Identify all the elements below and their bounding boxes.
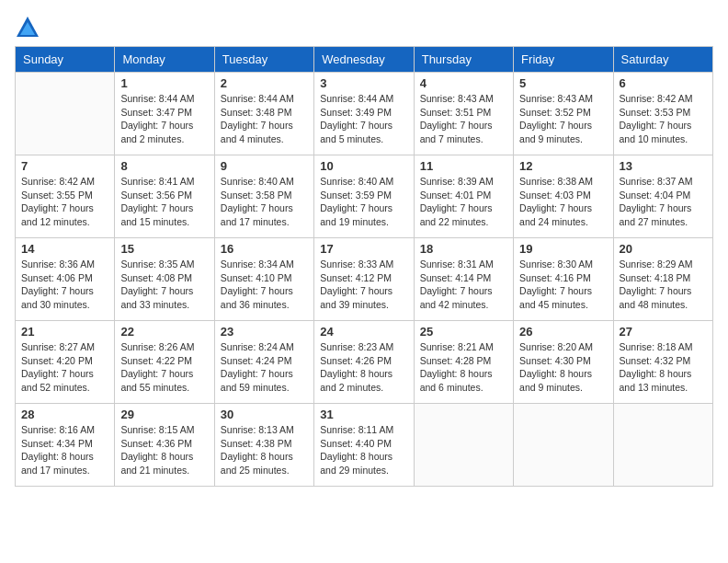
day-number: 17 bbox=[320, 242, 407, 256]
day-number: 21 bbox=[21, 325, 108, 339]
cell-3-1: 14Sunrise: 8:36 AMSunset: 4:06 PMDayligh… bbox=[16, 238, 115, 321]
day-number: 26 bbox=[519, 325, 607, 339]
cell-2-7: 13Sunrise: 8:37 AMSunset: 4:04 PMDayligh… bbox=[613, 155, 712, 238]
cell-content: Sunrise: 8:26 AMSunset: 4:22 PMDaylight:… bbox=[120, 340, 208, 395]
header-day-tuesday: Tuesday bbox=[214, 47, 313, 73]
cell-content: Sunrise: 8:43 AMSunset: 3:51 PMDaylight:… bbox=[420, 92, 507, 146]
cell-content: Sunrise: 8:13 AMSunset: 4:38 PMDaylight:… bbox=[221, 423, 308, 477]
cell-2-3: 9Sunrise: 8:40 AMSunset: 3:58 PMDaylight… bbox=[214, 155, 313, 238]
cell-5-2: 29Sunrise: 8:15 AMSunset: 4:36 PMDayligh… bbox=[115, 404, 214, 487]
cell-5-1: 28Sunrise: 8:16 AMSunset: 4:34 PMDayligh… bbox=[16, 404, 115, 487]
week-row-5: 28Sunrise: 8:16 AMSunset: 4:34 PMDayligh… bbox=[16, 404, 713, 487]
cell-content: Sunrise: 8:27 AMSunset: 4:20 PMDaylight:… bbox=[21, 340, 108, 395]
cell-content: Sunrise: 8:29 AMSunset: 4:18 PMDaylight:… bbox=[620, 258, 707, 312]
day-number: 27 bbox=[620, 325, 707, 339]
day-number: 9 bbox=[221, 159, 308, 173]
cell-content: Sunrise: 8:16 AMSunset: 4:34 PMDaylight:… bbox=[21, 423, 108, 477]
cell-4-4: 24Sunrise: 8:23 AMSunset: 4:26 PMDayligh… bbox=[314, 321, 414, 404]
cell-content: Sunrise: 8:44 AMSunset: 3:47 PMDaylight:… bbox=[120, 92, 208, 146]
cell-content: Sunrise: 8:44 AMSunset: 3:49 PMDaylight:… bbox=[320, 92, 407, 146]
week-row-3: 14Sunrise: 8:36 AMSunset: 4:06 PMDayligh… bbox=[16, 238, 713, 321]
cell-3-3: 16Sunrise: 8:34 AMSunset: 4:10 PMDayligh… bbox=[214, 238, 313, 321]
day-number: 16 bbox=[221, 242, 308, 256]
day-number: 5 bbox=[519, 76, 607, 90]
day-number: 2 bbox=[221, 76, 308, 90]
cell-content: Sunrise: 8:30 AMSunset: 4:16 PMDaylight:… bbox=[519, 258, 607, 312]
cell-5-7 bbox=[613, 404, 712, 487]
cell-4-1: 21Sunrise: 8:27 AMSunset: 4:20 PMDayligh… bbox=[16, 321, 115, 404]
cell-2-4: 10Sunrise: 8:40 AMSunset: 3:59 PMDayligh… bbox=[314, 155, 414, 238]
cell-content: Sunrise: 8:37 AMSunset: 4:04 PMDaylight:… bbox=[620, 175, 707, 229]
day-number: 23 bbox=[221, 325, 308, 339]
cell-4-2: 22Sunrise: 8:26 AMSunset: 4:22 PMDayligh… bbox=[115, 321, 214, 404]
day-number: 29 bbox=[120, 408, 208, 421]
day-number: 15 bbox=[120, 242, 208, 256]
day-number: 3 bbox=[320, 76, 407, 90]
cell-content: Sunrise: 8:35 AMSunset: 4:08 PMDaylight:… bbox=[120, 258, 208, 312]
day-number: 24 bbox=[320, 325, 407, 339]
cell-1-6: 5Sunrise: 8:43 AMSunset: 3:52 PMDaylight… bbox=[514, 73, 613, 155]
cell-5-6 bbox=[514, 404, 613, 487]
cell-content: Sunrise: 8:42 AMSunset: 3:53 PMDaylight:… bbox=[620, 92, 707, 146]
cell-1-4: 3Sunrise: 8:44 AMSunset: 3:49 PMDaylight… bbox=[314, 73, 414, 155]
day-number: 14 bbox=[21, 242, 108, 256]
cell-1-7: 6Sunrise: 8:42 AMSunset: 3:53 PMDaylight… bbox=[613, 73, 712, 155]
day-number: 28 bbox=[21, 408, 108, 421]
day-number: 7 bbox=[21, 159, 108, 173]
cell-1-5: 4Sunrise: 8:43 AMSunset: 3:51 PMDaylight… bbox=[414, 73, 513, 155]
cell-content: Sunrise: 8:11 AMSunset: 4:40 PMDaylight:… bbox=[320, 423, 407, 477]
cell-4-5: 25Sunrise: 8:21 AMSunset: 4:28 PMDayligh… bbox=[414, 321, 513, 404]
cell-content: Sunrise: 8:43 AMSunset: 3:52 PMDaylight:… bbox=[519, 92, 607, 146]
header-day-monday: Monday bbox=[115, 47, 214, 73]
cell-5-3: 30Sunrise: 8:13 AMSunset: 4:38 PMDayligh… bbox=[214, 404, 313, 487]
day-number: 1 bbox=[120, 76, 208, 90]
cell-3-4: 17Sunrise: 8:33 AMSunset: 4:12 PMDayligh… bbox=[314, 238, 414, 321]
header bbox=[15, 15, 713, 40]
calendar-header: SundayMondayTuesdayWednesdayThursdayFrid… bbox=[16, 47, 713, 73]
calendar-table: SundayMondayTuesdayWednesdayThursdayFrid… bbox=[15, 46, 713, 487]
cell-content: Sunrise: 8:39 AMSunset: 4:01 PMDaylight:… bbox=[420, 175, 507, 229]
day-number: 18 bbox=[420, 242, 507, 256]
logo-icon bbox=[15, 15, 40, 40]
header-row: SundayMondayTuesdayWednesdayThursdayFrid… bbox=[16, 47, 713, 73]
cell-2-2: 8Sunrise: 8:41 AMSunset: 3:56 PMDaylight… bbox=[115, 155, 214, 238]
day-number: 31 bbox=[320, 408, 407, 421]
cell-5-5 bbox=[414, 404, 513, 487]
header-day-saturday: Saturday bbox=[613, 47, 712, 73]
day-number: 12 bbox=[519, 159, 607, 173]
cell-content: Sunrise: 8:15 AMSunset: 4:36 PMDaylight:… bbox=[120, 423, 208, 477]
day-number: 6 bbox=[620, 76, 707, 90]
cell-1-2: 1Sunrise: 8:44 AMSunset: 3:47 PMDaylight… bbox=[115, 73, 214, 155]
cell-content: Sunrise: 8:36 AMSunset: 4:06 PMDaylight:… bbox=[21, 258, 108, 312]
cell-content: Sunrise: 8:23 AMSunset: 4:26 PMDaylight:… bbox=[320, 340, 407, 395]
day-number: 4 bbox=[420, 76, 507, 90]
cell-content: Sunrise: 8:24 AMSunset: 4:24 PMDaylight:… bbox=[221, 340, 308, 395]
logo bbox=[15, 15, 44, 40]
week-row-1: 1Sunrise: 8:44 AMSunset: 3:47 PMDaylight… bbox=[16, 73, 713, 155]
calendar-body: 1Sunrise: 8:44 AMSunset: 3:47 PMDaylight… bbox=[16, 73, 713, 487]
cell-content: Sunrise: 8:42 AMSunset: 3:55 PMDaylight:… bbox=[21, 175, 108, 229]
cell-content: Sunrise: 8:20 AMSunset: 4:30 PMDaylight:… bbox=[519, 340, 607, 395]
cell-content: Sunrise: 8:38 AMSunset: 4:03 PMDaylight:… bbox=[519, 175, 607, 229]
cell-content: Sunrise: 8:33 AMSunset: 4:12 PMDaylight:… bbox=[320, 258, 407, 312]
cell-4-6: 26Sunrise: 8:20 AMSunset: 4:30 PMDayligh… bbox=[514, 321, 613, 404]
day-number: 11 bbox=[420, 159, 507, 173]
day-number: 8 bbox=[120, 159, 208, 173]
day-number: 13 bbox=[620, 159, 707, 173]
day-number: 22 bbox=[120, 325, 208, 339]
cell-3-6: 19Sunrise: 8:30 AMSunset: 4:16 PMDayligh… bbox=[514, 238, 613, 321]
header-day-thursday: Thursday bbox=[414, 47, 513, 73]
cell-4-3: 23Sunrise: 8:24 AMSunset: 4:24 PMDayligh… bbox=[214, 321, 313, 404]
header-day-sunday: Sunday bbox=[16, 47, 115, 73]
cell-content: Sunrise: 8:44 AMSunset: 3:48 PMDaylight:… bbox=[221, 92, 308, 146]
cell-content: Sunrise: 8:31 AMSunset: 4:14 PMDaylight:… bbox=[420, 258, 507, 312]
cell-3-7: 20Sunrise: 8:29 AMSunset: 4:18 PMDayligh… bbox=[613, 238, 712, 321]
day-number: 10 bbox=[320, 159, 407, 173]
week-row-4: 21Sunrise: 8:27 AMSunset: 4:20 PMDayligh… bbox=[16, 321, 713, 404]
cell-content: Sunrise: 8:40 AMSunset: 3:59 PMDaylight:… bbox=[320, 175, 407, 229]
header-day-wednesday: Wednesday bbox=[314, 47, 414, 73]
cell-4-7: 27Sunrise: 8:18 AMSunset: 4:32 PMDayligh… bbox=[613, 321, 712, 404]
calendar-page: SundayMondayTuesdayWednesdayThursdayFrid… bbox=[0, 0, 728, 563]
day-number: 25 bbox=[420, 325, 507, 339]
day-number: 30 bbox=[221, 408, 308, 421]
